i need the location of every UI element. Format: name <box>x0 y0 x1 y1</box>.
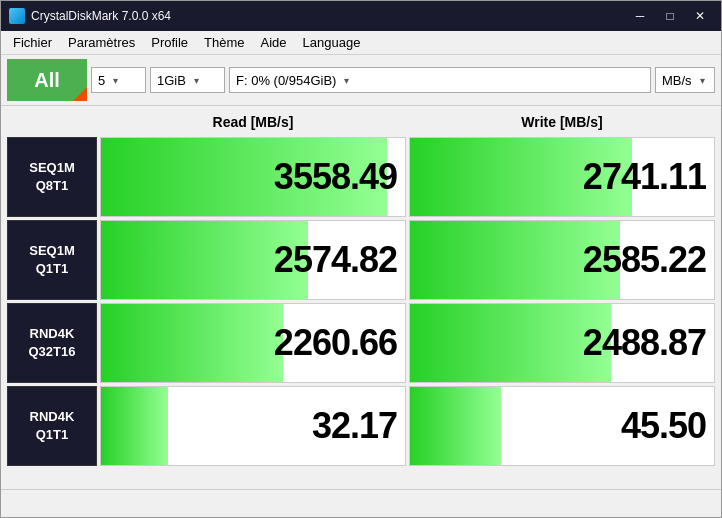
menu-language[interactable]: Language <box>295 33 369 52</box>
maximize-button[interactable]: □ <box>657 6 683 26</box>
row-2-read-bar <box>101 304 283 382</box>
row-1-write: 2585.22 <box>409 220 715 300</box>
row-0-label: SEQ1MQ8T1 <box>7 137 97 217</box>
row-0-read-value: 3558.49 <box>274 156 397 198</box>
all-button[interactable]: All <box>7 59 87 101</box>
close-button[interactable]: ✕ <box>687 6 713 26</box>
menu-profile[interactable]: Profile <box>143 33 196 52</box>
row-3-read-bar <box>101 387 168 465</box>
drive-value: F: 0% (0/954GiB) <box>232 73 340 88</box>
size-value: 1GiB <box>153 73 190 88</box>
row-1-label-text: SEQ1MQ1T1 <box>29 242 75 278</box>
results-area: Read [MB/s] Write [MB/s] SEQ1MQ8T1 3558.… <box>1 106 721 489</box>
row-0-write-value: 2741.11 <box>583 156 706 198</box>
menu-aide[interactable]: Aide <box>253 33 295 52</box>
row-2-write-bar <box>410 304 611 382</box>
row-2-read: 2260.66 <box>100 303 406 383</box>
row-2-label-text: RND4KQ32T16 <box>29 325 76 361</box>
count-select[interactable]: 5 ▾ <box>91 67 146 93</box>
table-row: RND4KQ32T16 2260.66 2488.87 <box>7 303 715 383</box>
row-1-label: SEQ1MQ1T1 <box>7 220 97 300</box>
row-3-write-value: 45.50 <box>621 405 706 447</box>
drive-select[interactable]: F: 0% (0/954GiB) ▾ <box>229 67 651 93</box>
menu-theme[interactable]: Thème <box>196 33 252 52</box>
size-arrow: ▾ <box>190 75 203 86</box>
write-header: Write [MB/s] <box>409 110 715 134</box>
row-3-write: 45.50 <box>409 386 715 466</box>
window-controls: ─ □ ✕ <box>627 6 713 26</box>
row-2-write-value: 2488.87 <box>583 322 706 364</box>
row-2-label: RND4KQ32T16 <box>7 303 97 383</box>
drive-arrow: ▾ <box>340 75 353 86</box>
row-3-write-bar <box>410 387 501 465</box>
row-1-read: 2574.82 <box>100 220 406 300</box>
size-select[interactable]: 1GiB ▾ <box>150 67 225 93</box>
row-2-write: 2488.87 <box>409 303 715 383</box>
label-header <box>7 110 97 134</box>
menu-bar: Fichier Paramètres Profile Thème Aide La… <box>1 31 721 55</box>
table-row: SEQ1MQ8T1 3558.49 2741.11 <box>7 137 715 217</box>
status-bar <box>1 489 721 517</box>
row-3-label: RND4KQ1T1 <box>7 386 97 466</box>
window-title: CrystalDiskMark 7.0.0 x64 <box>31 9 627 23</box>
unit-arrow: ▾ <box>696 75 709 86</box>
title-bar: CrystalDiskMark 7.0.0 x64 ─ □ ✕ <box>1 1 721 31</box>
row-3-read: 32.17 <box>100 386 406 466</box>
table-row: SEQ1MQ1T1 2574.82 2585.22 <box>7 220 715 300</box>
app-icon <box>9 8 25 24</box>
row-0-read: 3558.49 <box>100 137 406 217</box>
row-0-label-text: SEQ1MQ8T1 <box>29 159 75 195</box>
row-2-read-value: 2260.66 <box>274 322 397 364</box>
read-header: Read [MB/s] <box>100 110 406 134</box>
row-0-write: 2741.11 <box>409 137 715 217</box>
row-3-label-text: RND4KQ1T1 <box>30 408 75 444</box>
main-window: CrystalDiskMark 7.0.0 x64 ─ □ ✕ Fichier … <box>0 0 722 518</box>
row-1-write-value: 2585.22 <box>583 239 706 281</box>
count-value: 5 <box>94 73 109 88</box>
unit-select[interactable]: MB/s ▾ <box>655 67 715 93</box>
row-3-read-value: 32.17 <box>312 405 397 447</box>
minimize-button[interactable]: ─ <box>627 6 653 26</box>
count-arrow: ▾ <box>109 75 122 86</box>
toolbar: All 5 ▾ 1GiB ▾ F: 0% (0/954GiB) ▾ MB/s ▾ <box>1 55 721 106</box>
menu-fichier[interactable]: Fichier <box>5 33 60 52</box>
row-1-read-value: 2574.82 <box>274 239 397 281</box>
table-row: RND4KQ1T1 32.17 45.50 <box>7 386 715 466</box>
table-header: Read [MB/s] Write [MB/s] <box>7 110 715 134</box>
unit-value: MB/s <box>658 73 696 88</box>
menu-parametres[interactable]: Paramètres <box>60 33 143 52</box>
